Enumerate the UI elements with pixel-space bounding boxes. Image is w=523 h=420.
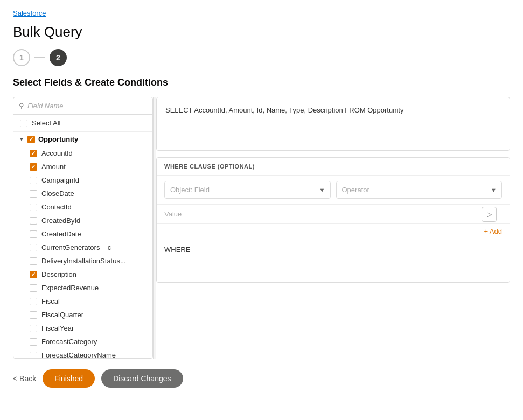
field-checkbox[interactable]: [30, 325, 37, 332]
step-connector: [34, 57, 45, 58]
where-clause-display: WHERE: [157, 239, 510, 282]
field-label: Amount: [41, 163, 66, 171]
breadcrumb-link[interactable]: Salesforce: [13, 9, 46, 17]
discard-changes-button[interactable]: Discard Changes: [101, 369, 183, 388]
search-input[interactable]: [27, 102, 147, 110]
field-checkbox[interactable]: [30, 163, 37, 171]
field-label: CreatedDate: [41, 230, 81, 238]
list-item[interactable]: ContactId: [13, 200, 152, 214]
field-checkbox[interactable]: [30, 190, 37, 198]
where-clause-header: WHERE CLAUSE (OPTIONAL): [157, 158, 510, 176]
list-item[interactable]: Description: [13, 268, 152, 281]
field-checkbox[interactable]: [30, 311, 37, 319]
field-label: CampaignId: [41, 176, 79, 184]
list-item[interactable]: CampaignId: [13, 173, 152, 187]
field-label: Description: [41, 270, 76, 278]
field-checkbox[interactable]: [30, 284, 37, 292]
field-label: Fiscal: [41, 297, 60, 305]
field-label: FiscalYear: [41, 324, 74, 332]
list-item[interactable]: Fiscal: [13, 295, 152, 308]
list-item[interactable]: CreatedById: [13, 214, 152, 227]
field-label: ContactId: [41, 203, 72, 211]
where-clause-section: WHERE CLAUSE (OPTIONAL) Object: Field ▼ …: [156, 157, 510, 283]
object-label: Opportunity: [38, 135, 78, 143]
field-label: AccountId: [41, 149, 73, 157]
chevron-down-icon: ▼: [19, 136, 24, 142]
footer: < Back Finished Discard Changes: [13, 359, 510, 388]
list-item[interactable]: CloseDate: [13, 187, 152, 200]
field-checkbox[interactable]: [30, 150, 37, 157]
back-button[interactable]: < Back: [13, 374, 36, 383]
field-label: DeliveryInstallationStatus...: [41, 257, 126, 265]
value-input[interactable]: [157, 205, 482, 223]
field-label: ForecastCategoryName: [41, 351, 116, 358]
add-condition-button[interactable]: + Add: [484, 227, 502, 235]
field-checkbox[interactable]: [30, 244, 37, 251]
list-item[interactable]: CreatedDate: [13, 227, 152, 241]
object-row[interactable]: ▼ Opportunity: [13, 132, 152, 146]
operator-dropdown-wrapper: Operator ▼: [336, 181, 503, 199]
field-label: FiscalQuarter: [41, 311, 83, 319]
value-row: ▷: [157, 205, 510, 224]
field-selector-panel: ⚲ Select All ▼ Opportunity AccountIdAmou…: [13, 97, 153, 359]
step-2: 2: [50, 49, 67, 66]
field-label: ExpectedRevenue: [41, 284, 99, 292]
select-all-row[interactable]: Select All: [13, 115, 152, 132]
query-display: SELECT AccountId, Amount, Id, Name, Type…: [156, 97, 510, 151]
list-item[interactable]: CurrentGenerators__c: [13, 241, 152, 254]
list-item[interactable]: ForecastCategory: [13, 335, 152, 348]
list-item[interactable]: FiscalYear: [13, 321, 152, 335]
field-checkbox[interactable]: [30, 204, 37, 211]
field-checkbox[interactable]: [30, 352, 37, 359]
field-checkbox[interactable]: [30, 257, 37, 265]
field-checkbox[interactable]: [30, 230, 37, 238]
list-item[interactable]: ExpectedRevenue: [13, 281, 152, 295]
list-item[interactable]: Amount: [13, 160, 152, 173]
field-label: ForecastCategory: [41, 338, 97, 346]
search-icon: ⚲: [19, 102, 24, 110]
where-controls: Object: Field ▼ Operator ▼: [157, 176, 510, 205]
select-all-checkbox[interactable]: [20, 120, 27, 127]
field-checkbox[interactable]: [30, 338, 37, 346]
list-item[interactable]: FiscalQuarter: [13, 308, 152, 321]
list-item[interactable]: ForecastCategoryName: [13, 348, 152, 358]
object-checkbox[interactable]: [27, 136, 35, 143]
select-all-label: Select All: [32, 119, 60, 127]
list-item[interactable]: AccountId: [13, 146, 152, 160]
field-checkbox[interactable]: [30, 298, 37, 305]
field-label: CreatedById: [41, 216, 80, 225]
field-checkbox[interactable]: [30, 271, 37, 278]
field-checkbox[interactable]: [30, 217, 37, 225]
page-title: Bulk Query: [13, 24, 510, 40]
field-list: ▼ Opportunity AccountIdAmountCampaignIdC…: [13, 132, 152, 358]
finished-button[interactable]: Finished: [43, 369, 95, 388]
field-label: CloseDate: [41, 190, 74, 198]
add-row: + Add: [157, 224, 510, 239]
object-field-dropdown[interactable]: Object: Field: [164, 181, 331, 199]
variable-icon-button[interactable]: ▷: [482, 207, 497, 222]
list-item[interactable]: DeliveryInstallationStatus...: [13, 254, 152, 268]
search-box: ⚲: [13, 97, 152, 115]
field-checkbox[interactable]: [30, 177, 37, 184]
steps-indicator: 1 2: [13, 49, 510, 66]
section-title: Select Fields & Create Conditions: [13, 77, 510, 88]
field-label: CurrentGenerators__c: [41, 243, 111, 251]
step-1: 1: [13, 49, 30, 66]
object-field-dropdown-wrapper: Object: Field ▼: [164, 181, 331, 199]
operator-dropdown[interactable]: Operator: [336, 181, 503, 199]
right-panel: SELECT AccountId, Amount, Id, Name, Type…: [156, 97, 510, 359]
